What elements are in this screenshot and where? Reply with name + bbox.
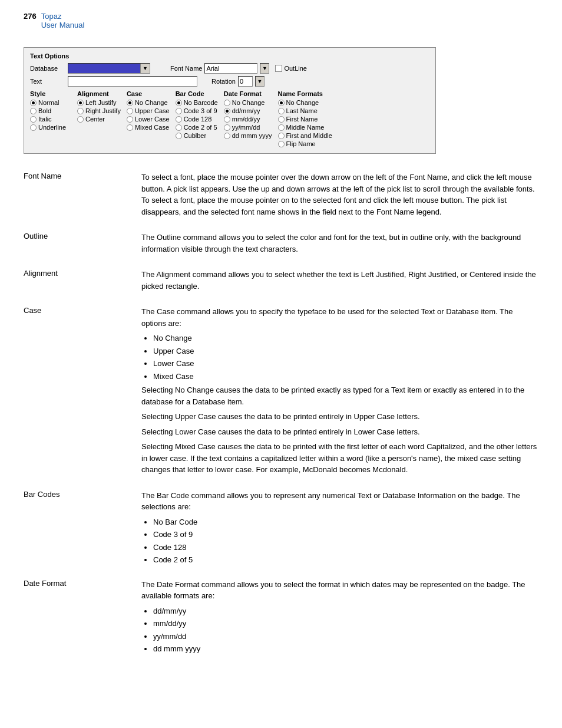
case-mixed-desc: Selecting Mixed Case causes the data to … xyxy=(141,441,538,476)
barcode-none[interactable]: No Barcode xyxy=(176,99,218,106)
style-normal[interactable]: Normal xyxy=(30,99,71,106)
barcode-3of9[interactable]: Code 3 of 9 xyxy=(176,107,218,114)
date-ddmmmyyyy-label: dd mmm yyyy xyxy=(232,132,272,139)
outline-section-content: The Outline command allows you to select… xyxy=(141,232,538,258)
date-ddmmmyyyy[interactable]: dd mmm yyyy xyxy=(224,132,272,139)
name-first[interactable]: First Name xyxy=(278,116,332,123)
name-no-change-radio[interactable] xyxy=(278,100,285,106)
dialog-title: Text Options xyxy=(30,52,429,60)
barcode-128[interactable]: Code 128 xyxy=(176,116,218,123)
align-left-label: Left Justify xyxy=(85,99,117,106)
align-right-label: Right Justify xyxy=(85,107,121,114)
date-format-title: Date Format xyxy=(224,90,272,97)
case-lower-desc: Selecting Lower Case causes the data to … xyxy=(141,426,538,438)
database-row: Database ▼ Font Name Arial ▼ OutLine xyxy=(30,63,429,74)
barcode-2of5-radio[interactable] xyxy=(176,124,182,131)
date-no-change-label: No Change xyxy=(232,99,265,106)
case-lower-label: Lower Case xyxy=(135,116,170,123)
barcode-128-radio[interactable] xyxy=(176,116,182,123)
rotation-dropdown-arrow[interactable]: ▼ xyxy=(255,76,265,87)
style-bold-radio[interactable] xyxy=(30,108,37,114)
database-input[interactable]: ▼ xyxy=(68,63,150,74)
name-flip[interactable]: Flip Name xyxy=(278,140,332,147)
align-left-radio[interactable] xyxy=(77,100,84,106)
case-lower-radio[interactable] xyxy=(127,116,133,123)
date-ddmmyy-radio[interactable] xyxy=(224,108,230,114)
style-underline[interactable]: Underline xyxy=(30,124,71,131)
name-flip-radio[interactable] xyxy=(278,141,285,147)
rotation-label: Rotation xyxy=(211,78,236,85)
style-bold[interactable]: Bold xyxy=(30,107,71,114)
outline-checkbox-container[interactable]: OutLine xyxy=(275,65,307,72)
barcode-3of9-radio[interactable] xyxy=(176,108,182,114)
align-right[interactable]: Right Justify xyxy=(77,107,121,114)
case-option-no-change: No Change xyxy=(153,332,538,344)
barcodes-section-content: The Bar Code command allows you to repre… xyxy=(141,490,538,568)
date-no-change[interactable]: No Change xyxy=(224,99,272,106)
align-right-radio[interactable] xyxy=(77,108,84,114)
name-middle-radio[interactable] xyxy=(278,124,285,131)
name-no-change-label: No Change xyxy=(286,99,319,106)
barcode-2of5[interactable]: Code 2 of 5 xyxy=(176,124,218,131)
date-ddmmmyyyy-radio[interactable] xyxy=(224,133,230,139)
case-options-list: No Change Upper Case Lower Case Mixed Ca… xyxy=(153,332,538,382)
text-input[interactable] xyxy=(68,76,197,87)
rotation-input[interactable]: 0 xyxy=(238,76,253,87)
header-title-block: Topaz User Manual xyxy=(41,12,85,29)
name-first-middle-radio[interactable] xyxy=(278,133,285,139)
text-rotation-row: Text Rotation 0 ▼ xyxy=(30,76,429,87)
database-dropdown-arrow[interactable]: ▼ xyxy=(140,64,150,73)
barcode-title: Bar Code xyxy=(176,90,218,97)
date-format-yymmdd: yy/mm/dd xyxy=(153,631,538,643)
align-center-radio[interactable] xyxy=(77,116,84,123)
main-content: Font Name To select a font, place the mo… xyxy=(24,172,538,657)
date-format-section: Date Format The Date Format command allo… xyxy=(24,579,538,657)
date-format-section-label: Date Format xyxy=(24,579,141,657)
date-yymmdd-label: yy/mm/dd xyxy=(232,124,260,131)
alignment-section-label: Alignment xyxy=(24,269,141,295)
barcode-cublber-radio[interactable] xyxy=(176,133,182,139)
name-middle[interactable]: Middle Name xyxy=(278,124,332,131)
case-no-change-radio[interactable] xyxy=(127,100,133,106)
style-underline-radio[interactable] xyxy=(30,124,37,131)
name-first-radio[interactable] xyxy=(278,116,285,123)
date-mmddyy[interactable]: mm/dd/yy xyxy=(224,116,272,123)
date-yymmdd-radio[interactable] xyxy=(224,124,230,131)
date-ddmmyy[interactable]: dd/mm/yy xyxy=(224,107,272,114)
case-lower[interactable]: Lower Case xyxy=(127,116,170,123)
barcode-3of9-label: Code 3 of 9 xyxy=(184,107,217,114)
case-upper-radio[interactable] xyxy=(127,108,133,114)
align-center[interactable]: Center xyxy=(77,116,121,123)
barcodes-intro: The Bar Code command allows you to repre… xyxy=(141,490,538,513)
date-yymmdd[interactable]: yy/mm/dd xyxy=(224,124,272,131)
case-mixed-radio[interactable] xyxy=(127,124,133,131)
font-dropdown-arrow[interactable]: ▼ xyxy=(260,63,269,74)
barcode-none-radio[interactable] xyxy=(176,100,182,106)
date-mmddyy-radio[interactable] xyxy=(224,116,230,123)
barcode-cublber[interactable]: Cublber xyxy=(176,132,218,139)
date-no-change-radio[interactable] xyxy=(224,100,230,106)
case-upper[interactable]: Upper Case xyxy=(127,107,170,114)
name-no-change[interactable]: No Change xyxy=(278,99,332,106)
style-italic[interactable]: Italic xyxy=(30,116,71,123)
case-option-lower: Lower Case xyxy=(153,358,538,370)
barcode-column: Bar Code No Barcode Code 3 of 9 Code 128… xyxy=(176,90,224,149)
outline-checkbox[interactable] xyxy=(275,65,282,72)
alignment-section-content: The Alignment command allows you to sele… xyxy=(141,269,538,295)
name-last[interactable]: Last Name xyxy=(278,107,332,114)
name-last-radio[interactable] xyxy=(278,108,285,114)
align-left[interactable]: Left Justify xyxy=(77,99,121,106)
barcode-option-none: No Bar Code xyxy=(153,516,538,528)
style-underline-label: Underline xyxy=(38,124,66,131)
style-normal-radio[interactable] xyxy=(30,100,37,106)
case-mixed-label: Mixed Case xyxy=(135,124,169,131)
font-name-value: Arial xyxy=(206,65,219,72)
style-italic-radio[interactable] xyxy=(30,116,37,123)
header-title: Topaz xyxy=(41,12,85,21)
case-no-change-desc: Selecting No Change causes the data to b… xyxy=(141,384,538,407)
name-first-middle[interactable]: First and Middle xyxy=(278,132,332,139)
font-name-input[interactable]: Arial xyxy=(204,63,257,74)
case-mixed[interactable]: Mixed Case xyxy=(127,124,170,131)
case-no-change[interactable]: No Change xyxy=(127,99,170,106)
style-column: Style Normal Bold Italic Underline xyxy=(30,90,77,149)
